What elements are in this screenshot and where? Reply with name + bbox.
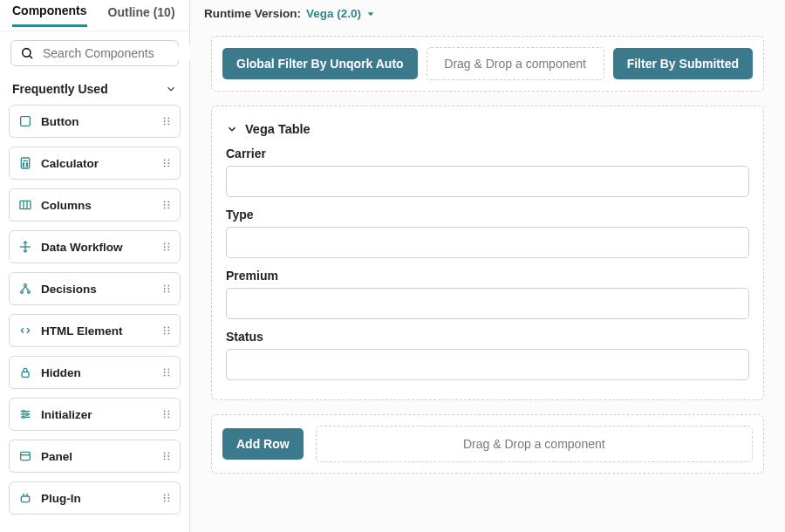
svg-point-71	[167, 413, 169, 415]
drag-handle-icon[interactable]	[160, 450, 173, 462]
chevron-down-icon	[165, 83, 177, 95]
columns-icon	[18, 198, 32, 212]
status-input[interactable]	[226, 349, 749, 380]
drag-handle-icon[interactable]	[160, 115, 173, 127]
panel-icon	[18, 449, 32, 463]
svg-point-3	[164, 118, 166, 119]
svg-point-7	[164, 124, 166, 126]
svg-point-40	[28, 291, 31, 294]
component-label: Plug-In	[41, 492, 81, 505]
premium-input[interactable]	[226, 288, 749, 319]
component-plugin[interactable]: Plug-In	[9, 481, 181, 515]
add-row-button[interactable]: Add Row	[222, 428, 304, 460]
dropdown-caret-icon[interactable]	[366, 10, 375, 18]
drag-handle-icon[interactable]	[160, 241, 173, 253]
field-label: Status	[226, 330, 749, 344]
svg-point-61	[167, 375, 169, 377]
component-calculator[interactable]: Calculator	[9, 147, 181, 180]
drop-zone-bottom[interactable]: Drag & Drop a component	[316, 426, 753, 462]
tab-components[interactable]: Components	[12, 3, 87, 27]
type-input[interactable]	[226, 227, 749, 258]
svg-point-5	[164, 120, 166, 122]
tab-outline[interactable]: Outline (10)	[108, 5, 175, 26]
section-title: Frequently Used	[12, 82, 108, 96]
svg-rect-74	[21, 452, 31, 460]
field-label: Premium	[226, 269, 749, 283]
svg-point-76	[164, 453, 166, 454]
sidebar: Components Outline (10) Frequently Used …	[0, 0, 190, 532]
svg-point-28	[164, 208, 166, 209]
field-status: Status	[222, 328, 753, 389]
svg-point-14	[26, 166, 27, 167]
svg-point-68	[164, 411, 166, 413]
svg-point-11	[23, 163, 24, 164]
svg-rect-82	[21, 496, 29, 502]
code-icon	[18, 324, 32, 338]
svg-point-81	[167, 459, 169, 460]
svg-point-37	[167, 249, 169, 251]
svg-point-27	[167, 204, 169, 206]
component-columns[interactable]: Columns	[9, 188, 181, 222]
field-carrier: Carrier	[222, 145, 753, 206]
component-decisions[interactable]: Decisions	[9, 272, 181, 305]
svg-rect-55	[22, 372, 29, 377]
svg-point-65	[23, 410, 25, 413]
svg-point-4	[167, 118, 169, 119]
carrier-input[interactable]	[226, 166, 749, 197]
svg-point-49	[164, 327, 166, 329]
drag-handle-icon[interactable]	[160, 366, 173, 379]
component-label: Data Workflow	[41, 241, 123, 254]
svg-point-29	[167, 208, 169, 209]
svg-point-35	[167, 246, 169, 248]
svg-rect-21	[20, 201, 31, 208]
search-input[interactable]	[43, 46, 195, 60]
field-label: Carrier	[226, 147, 749, 160]
svg-point-32	[164, 243, 166, 245]
svg-line-1	[30, 56, 32, 58]
svg-point-43	[164, 285, 166, 287]
drag-handle-icon[interactable]	[160, 492, 173, 504]
drag-handle-icon[interactable]	[160, 199, 173, 211]
svg-point-53	[164, 333, 166, 335]
filter-by-submitted-button[interactable]: Filter By Submitted	[613, 48, 753, 79]
component-data-workflow[interactable]: Data Workflow	[9, 230, 181, 263]
decisions-icon	[18, 282, 32, 296]
field-premium: Premium	[222, 267, 753, 328]
component-label: Button	[41, 115, 78, 128]
component-label: Hidden	[41, 366, 81, 379]
search-box[interactable]	[10, 40, 179, 66]
component-initializer[interactable]: Initializer	[9, 398, 181, 431]
workflow-icon	[18, 240, 32, 254]
svg-point-67	[23, 416, 25, 419]
svg-point-57	[167, 369, 169, 371]
component-panel[interactable]: Panel	[9, 440, 181, 473]
svg-point-25	[167, 201, 169, 203]
svg-point-87	[164, 497, 166, 499]
runtime-dropdown[interactable]: Vega (2.0)	[306, 7, 361, 20]
svg-point-6	[167, 120, 169, 122]
vega-table-header[interactable]: Vega Table	[222, 117, 753, 145]
component-label: Decisions	[41, 283, 97, 296]
svg-point-0	[23, 49, 31, 57]
component-html-element[interactable]: HTML Element	[9, 314, 181, 347]
field-label: Type	[226, 208, 749, 222]
svg-point-51	[164, 330, 166, 331]
svg-point-56	[164, 369, 166, 371]
drag-handle-icon[interactable]	[160, 283, 173, 295]
component-hidden[interactable]: Hidden	[9, 356, 181, 389]
drag-handle-icon[interactable]	[160, 408, 173, 420]
vega-table-card: Vega Table Carrier Type Premium Status	[211, 106, 764, 400]
component-label: HTML Element	[41, 324, 123, 338]
global-filter-button[interactable]: Global Filter By Unqork Auto	[222, 48, 418, 79]
drop-zone-top[interactable]: Drag & Drop a component	[427, 47, 604, 80]
frequently-used-header[interactable]: Frequently Used	[0, 75, 189, 105]
svg-point-18	[167, 162, 169, 164]
drag-handle-icon[interactable]	[160, 324, 173, 337]
runtime-value: Vega (2.0)	[306, 7, 361, 20]
svg-point-19	[164, 166, 166, 167]
svg-point-46	[167, 288, 169, 290]
component-list: Button Calculator Columns Data Workflow	[0, 105, 189, 532]
component-button[interactable]: Button	[9, 105, 181, 138]
drag-handle-icon[interactable]	[160, 157, 173, 169]
filter-row: Global Filter By Unqork Auto Drag & Drop…	[211, 36, 764, 92]
